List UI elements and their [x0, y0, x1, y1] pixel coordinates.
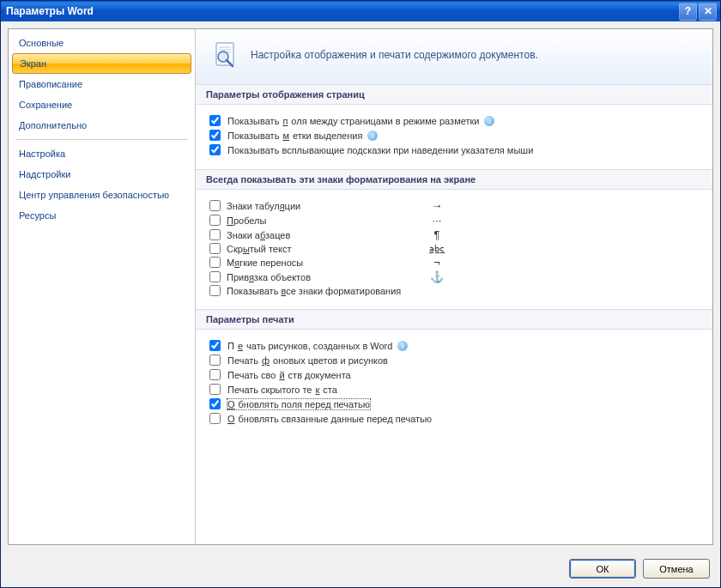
section-header-display: Параметры отображения страниц	[196, 84, 712, 105]
window-title: Параметры Word	[6, 5, 677, 17]
opt-print-drawings[interactable]: Печать рисунков, созданных в Word i	[209, 338, 699, 353]
checkbox-label: Знаки абзацев	[227, 230, 424, 240]
section-header-print: Параметры печати	[196, 309, 712, 330]
checkbox-label: Показывать все знаки форматирования	[227, 286, 424, 296]
checkbox-label: Пробелы	[227, 215, 424, 226]
sidebar-item-customize[interactable]: Настройка	[9, 143, 195, 164]
checkbox[interactable]	[209, 257, 221, 268]
checkbox-label: Знаки табуляции	[227, 201, 424, 211]
checkbox-label: Обновлять поля перед печатью	[227, 399, 370, 409]
sidebar-item-resources[interactable]: Ресурсы	[9, 205, 195, 226]
checkbox-label: Показывать метки выделения i	[227, 130, 378, 141]
page-banner: Настройка отображения и печати содержимо…	[196, 29, 712, 84]
client-area: Основные Экран Правописание Сохранение Д…	[1, 21, 720, 587]
panes: Основные Экран Правописание Сохранение Д…	[8, 28, 713, 545]
info-icon: i	[367, 130, 378, 141]
hidden-text-symbol-icon: a̲b̲c̲	[424, 244, 450, 253]
sidebar-item-addins[interactable]: Надстройки	[9, 164, 195, 185]
section-header-marks: Всегда показывать эти знаки форматирован…	[196, 169, 712, 190]
opt-update-linked-data[interactable]: Обновлять связанные данные перед печатью	[209, 411, 699, 426]
hyphen-symbol-icon: ¬	[424, 256, 450, 269]
opt-paragraph-marks[interactable]: Знаки абзацев ¶	[209, 227, 699, 242]
opt-optional-hyphens[interactable]: Мягкие переносы ¬	[209, 255, 699, 270]
checkbox[interactable]	[209, 271, 221, 282]
checkbox[interactable]	[209, 115, 221, 126]
checkbox-label: Печать свойств документа	[227, 370, 351, 380]
anchor-symbol-icon: ⚓	[424, 270, 450, 283]
sidebar-item-proofing[interactable]: Правописание	[9, 74, 195, 94]
checkbox[interactable]	[209, 285, 221, 296]
banner-text: Настройка отображения и печати содержимо…	[251, 49, 538, 61]
magnifier-page-icon	[211, 41, 239, 69]
opt-print-hidden-text[interactable]: Печать скрытого текста	[209, 382, 699, 397]
checkbox-label: Печать скрытого текста	[227, 385, 337, 395]
sidebar-item-advanced[interactable]: Дополнительно	[9, 115, 195, 136]
checkbox-label: Мягкие переносы	[227, 258, 424, 268]
checkbox[interactable]	[209, 200, 221, 211]
ok-button[interactable]: ОК	[569, 559, 636, 579]
sidebar-item-save[interactable]: Сохранение	[9, 94, 195, 115]
checkbox[interactable]	[209, 130, 221, 141]
opt-show-highlighter[interactable]: Показывать метки выделения i	[209, 128, 699, 142]
tab-symbol-icon: →	[424, 199, 450, 212]
checkbox[interactable]	[209, 243, 221, 254]
opt-hidden-text[interactable]: Скрытый текст a̲b̲c̲	[209, 242, 699, 255]
opt-update-fields[interactable]: Обновлять поля перед печатью	[209, 397, 699, 411]
checkbox[interactable]	[209, 229, 221, 240]
checkbox[interactable]	[209, 369, 221, 380]
sidebar-item-trust-center[interactable]: Центр управления безопасностью	[9, 185, 195, 205]
opt-object-anchors[interactable]: Привязка объектов ⚓	[209, 270, 699, 284]
content-pane: Настройка отображения и печати содержимо…	[196, 29, 712, 544]
checkbox[interactable]	[209, 215, 221, 226]
opt-show-tooltips[interactable]: Показывать всплывающие подсказки при нав…	[209, 142, 699, 157]
checkbox[interactable]	[209, 340, 221, 351]
titlebar: Параметры Word ? ✕	[1, 1, 720, 21]
checkbox[interactable]	[209, 355, 221, 366]
cancel-button[interactable]: Отмена	[643, 559, 710, 579]
checkbox[interactable]	[209, 144, 221, 155]
checkbox-label: Печать фоновых цветов и рисунков	[227, 355, 388, 366]
checkbox-label: Показывать поля между страницами в режим…	[227, 116, 494, 126]
checkbox-label: Печать рисунков, созданных в Word i	[227, 341, 408, 351]
checkbox[interactable]	[209, 413, 221, 424]
checkbox-label: Скрытый текст	[227, 244, 424, 254]
section-body-print: Печать рисунков, созданных в Word i Печа…	[196, 330, 712, 438]
opt-show-white-space[interactable]: Показывать поля между страницами в режим…	[209, 113, 699, 128]
pilcrow-symbol-icon: ¶	[424, 228, 450, 241]
opt-print-properties[interactable]: Печать свойств документа	[209, 367, 699, 382]
sidebar-separator	[15, 139, 188, 140]
info-icon: i	[484, 116, 494, 126]
checkbox-label: Показывать всплывающие подсказки при нав…	[227, 145, 533, 155]
section-body-display: Показывать поля между страницами в режим…	[196, 105, 712, 169]
help-button[interactable]: ?	[679, 3, 697, 21]
opt-tab-marks[interactable]: Знаки табуляции →	[209, 198, 699, 213]
opt-spaces[interactable]: Пробелы ···	[209, 213, 699, 227]
dialog-footer: ОК Отмена	[1, 552, 720, 587]
dialog-window: Параметры Word ? ✕ Основные Экран Правоп…	[0, 0, 721, 588]
info-icon: i	[397, 341, 408, 351]
space-symbol-icon: ···	[424, 214, 450, 227]
section-body-marks: Знаки табуляции → Пробелы ··· Знаки абза…	[196, 190, 712, 309]
close-button[interactable]: ✕	[699, 3, 717, 21]
opt-print-background[interactable]: Печать фоновых цветов и рисунков	[209, 353, 699, 367]
category-sidebar: Основные Экран Правописание Сохранение Д…	[9, 29, 196, 544]
sidebar-item-display[interactable]: Экран	[12, 53, 191, 74]
opt-show-all-marks[interactable]: Показывать все знаки форматирования	[209, 284, 699, 297]
checkbox[interactable]	[209, 384, 221, 395]
checkbox-label: Привязка объектов	[227, 272, 424, 282]
checkbox-label: Обновлять связанные данные перед печатью	[227, 414, 432, 424]
checkbox[interactable]	[209, 398, 221, 409]
sidebar-item-general[interactable]: Основные	[9, 33, 195, 53]
